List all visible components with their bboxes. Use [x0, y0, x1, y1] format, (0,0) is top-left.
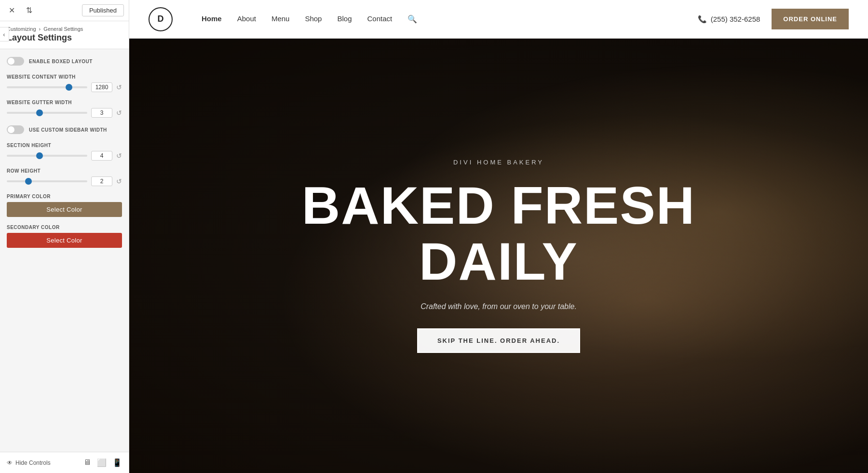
tablet-icon[interactable]: ⬜ — [97, 458, 107, 467]
reorder-icon[interactable]: ⇅ — [22, 4, 36, 17]
primary-color-button[interactable]: Select Color — [7, 202, 122, 217]
gutter-width-reset[interactable]: ↺ — [116, 109, 122, 117]
hero-content: DIVI HOME BAKERY BAKED FRESH DAILY Craft… — [129, 39, 868, 473]
gutter-width-slider[interactable] — [7, 112, 87, 114]
sidebar-width-label: USE CUSTOM SIDEBAR WIDTH — [29, 127, 107, 133]
hero-description: Crafted with love, from our oven to your… — [420, 302, 577, 311]
settings-content: ENABLE BOXED LAYOUT WEBSITE CONTENT WIDT… — [0, 49, 129, 452]
boxed-layout-toggle[interactable] — [7, 57, 24, 66]
gutter-width-row: 3 ↺ — [7, 108, 122, 118]
order-online-button[interactable]: ORDER ONLINE — [772, 9, 849, 29]
row-height-slider[interactable] — [7, 180, 87, 182]
device-icons: 🖥 ⬜ 📱 — [83, 458, 122, 467]
row-height-group: ROW HEIGHT 2 ↺ — [7, 168, 122, 186]
nav-contact[interactable]: Contact — [367, 14, 393, 24]
primary-color-label: PRIMARY COLOR — [7, 194, 122, 199]
page-title: Layout Settings — [7, 33, 122, 43]
hero-title: BAKED FRESH DAILY — [302, 177, 696, 289]
desktop-icon[interactable]: 🖥 — [83, 458, 91, 467]
section-height-label: SECTION HEIGHT — [7, 143, 122, 148]
gutter-width-value[interactable]: 3 — [91, 108, 112, 118]
sidebar-width-toggle[interactable] — [7, 125, 24, 134]
hide-controls-button[interactable]: 👁 Hide Controls — [7, 459, 51, 466]
gutter-width-group: WEBSITE GUTTER WIDTH 3 ↺ — [7, 100, 122, 118]
section-height-reset[interactable]: ↺ — [116, 152, 122, 160]
site-header: D Home About Menu Shop Blog Contact 🔍 📞 … — [129, 0, 868, 39]
content-width-reset[interactable]: ↺ — [116, 83, 122, 91]
customizer-panel: ✕ ⇅ Published Customizing › General Sett… — [0, 0, 129, 473]
row-height-reset[interactable]: ↺ — [116, 177, 122, 185]
content-width-group: WEBSITE CONTENT WIDTH 1280 ↺ — [7, 74, 122, 92]
row-height-value[interactable]: 2 — [91, 176, 112, 186]
nav-shop[interactable]: Shop — [305, 14, 322, 24]
section-height-row: 4 ↺ — [7, 151, 122, 161]
nav-about[interactable]: About — [237, 14, 256, 24]
header-right: 📞 (255) 352-6258 ORDER ONLINE — [698, 9, 849, 29]
phone-number: (255) 352-6258 — [711, 15, 760, 23]
eye-icon: 👁 — [7, 459, 13, 466]
hero-subtitle: DIVI HOME BAKERY — [453, 159, 544, 166]
content-width-label: WEBSITE CONTENT WIDTH — [7, 74, 122, 80]
section-height-group: SECTION HEIGHT 4 ↺ — [7, 143, 122, 161]
gutter-width-label: WEBSITE GUTTER WIDTH — [7, 100, 122, 105]
nav-menu[interactable]: Menu — [271, 14, 290, 24]
hero-section: DIVI HOME BAKERY BAKED FRESH DAILY Craft… — [129, 39, 868, 473]
phone-area: 📞 (255) 352-6258 — [698, 15, 760, 24]
boxed-layout-label: ENABLE BOXED LAYOUT — [29, 59, 93, 64]
hero-title-line2: DAILY — [419, 231, 578, 291]
nav-home[interactable]: Home — [202, 14, 222, 24]
hero-title-line1: BAKED FRESH — [302, 176, 696, 235]
secondary-color-button[interactable]: Select Color — [7, 233, 122, 248]
preview-area: D Home About Menu Shop Blog Contact 🔍 📞 … — [129, 0, 868, 473]
mobile-icon[interactable]: 📱 — [112, 458, 122, 467]
sidebar-width-row: USE CUSTOM SIDEBAR WIDTH — [7, 125, 122, 134]
secondary-color-group: SECONDARY COLOR Select Color — [7, 225, 122, 248]
section-height-value[interactable]: 4 — [91, 151, 112, 161]
back-arrow[interactable]: ‹ — [0, 27, 9, 41]
close-icon[interactable]: ✕ — [5, 4, 18, 17]
site-nav: Home About Menu Shop Blog Contact 🔍 — [202, 14, 698, 24]
content-width-slider[interactable] — [7, 86, 87, 88]
row-height-label: ROW HEIGHT — [7, 168, 122, 174]
hero-cta-button[interactable]: SKIP THE LINE. ORDER AHEAD. — [417, 328, 580, 353]
row-height-row: 2 ↺ — [7, 176, 122, 186]
nav-blog[interactable]: Blog — [337, 14, 352, 24]
site-logo: D — [149, 7, 173, 31]
top-bar: ✕ ⇅ Published — [0, 0, 129, 21]
content-width-value[interactable]: 1280 — [91, 82, 112, 92]
section-height-slider[interactable] — [7, 155, 87, 157]
phone-icon: 📞 — [698, 15, 707, 24]
published-button[interactable]: Published — [82, 4, 124, 16]
content-width-row: 1280 ↺ — [7, 82, 122, 92]
search-icon[interactable]: 🔍 — [407, 14, 417, 24]
bottom-bar: 👁 Hide Controls 🖥 ⬜ 📱 — [0, 452, 129, 473]
breadcrumb-area: Customizing › General Settings Layout Se… — [0, 21, 129, 49]
boxed-layout-row: ENABLE BOXED LAYOUT — [7, 57, 122, 66]
breadcrumb: Customizing › General Settings — [7, 26, 122, 32]
secondary-color-label: SECONDARY COLOR — [7, 225, 122, 230]
primary-color-group: PRIMARY COLOR Select Color — [7, 194, 122, 217]
